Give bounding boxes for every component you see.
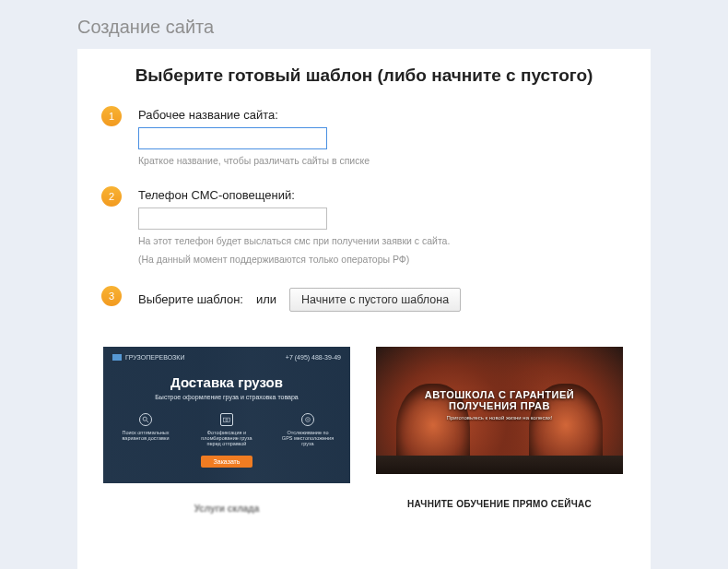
template-bottom-text: НАЧНИТЕ ОБУЧЕНИЕ ПРЯМО СЕЙЧАС (407, 499, 592, 509)
template-heading: АВТОШКОЛА С ГАРАНТИЕЙ ПОЛУЧЕНИЯ ПРАВ (376, 347, 623, 411)
template-feature: Поиск оптимальных вариантов доставки (119, 413, 172, 446)
step-site-name: 1 Рабочее название сайта: Краткое назван… (77, 108, 651, 188)
search-icon (139, 413, 152, 426)
template-phone: +7 (495) 488-39-49 (286, 354, 341, 361)
choose-template-label: Выберите шаблон: (138, 292, 243, 306)
step-phone: 2 Телефон СМС-оповещений: На этот телефо… (77, 188, 651, 287)
template-bottom-text: Услуги склада (194, 504, 260, 514)
template-grid: ГРУЗОПЕРЕВОЗКИ +7 (495) 488-39-49 Достав… (77, 332, 651, 534)
svg-point-0 (143, 417, 147, 421)
camera-icon (220, 413, 233, 426)
template-card-autoschool[interactable]: АВТОШКОЛА С ГАРАНТИЕЙ ПОЛУЧЕНИЯ ПРАВ При… (376, 347, 623, 534)
svg-rect-2 (224, 418, 230, 422)
or-text: или (256, 292, 276, 306)
step-number-badge: 1 (101, 106, 122, 126)
template-cta-button: Заказать (201, 456, 253, 468)
template-feature: Фотофиксация и пломбирование груза перед… (200, 413, 253, 446)
step-number-badge: 3 (101, 286, 122, 306)
template-brand: ГРУЗОПЕРЕВОЗКИ (112, 354, 184, 361)
step-number-badge: 2 (101, 186, 122, 207)
truck-icon (112, 354, 122, 361)
svg-line-1 (147, 420, 148, 421)
template-subheading: Приготовьтесь к новой жизни на колесах! (376, 415, 623, 421)
template-grid-row2: Уникальная методика заработка в (77, 534, 651, 569)
site-name-input[interactable] (138, 127, 327, 149)
location-icon (301, 413, 314, 426)
start-empty-button[interactable]: Начните с пустого шаблона (289, 288, 461, 312)
phone-hint-1: На этот телефон будет выслаться смс при … (138, 234, 632, 248)
svg-point-5 (307, 419, 308, 420)
phone-label: Телефон СМС-оповещений: (138, 188, 632, 202)
phone-hint-2: (На данный момент поддерживаются только … (138, 253, 632, 267)
step-template: 3 Выберите шаблон: или Начните с пустого… (77, 288, 651, 332)
card-heading: Выберите готовый шаблон (либо начните с … (77, 65, 651, 86)
template-subheading: Быстрое оформление груза и страховка тов… (103, 394, 350, 400)
template-brand-text: ГРУЗОПЕРЕВОЗКИ (125, 354, 184, 361)
phone-input[interactable] (138, 207, 327, 230)
template-card-cargo[interactable]: ГРУЗОПЕРЕВОЗКИ +7 (495) 488-39-49 Достав… (103, 347, 350, 534)
template-feature: Отслеживание по GPS местоположения груза (281, 413, 335, 446)
create-site-card: Выберите готовый шаблон (либо начните с … (77, 49, 651, 569)
site-name-label: Рабочее название сайта: (138, 108, 632, 122)
svg-point-3 (226, 419, 228, 421)
site-name-hint: Краткое название, чтобы различать сайты … (138, 154, 632, 168)
page-title: Создание сайта (0, 0, 728, 49)
